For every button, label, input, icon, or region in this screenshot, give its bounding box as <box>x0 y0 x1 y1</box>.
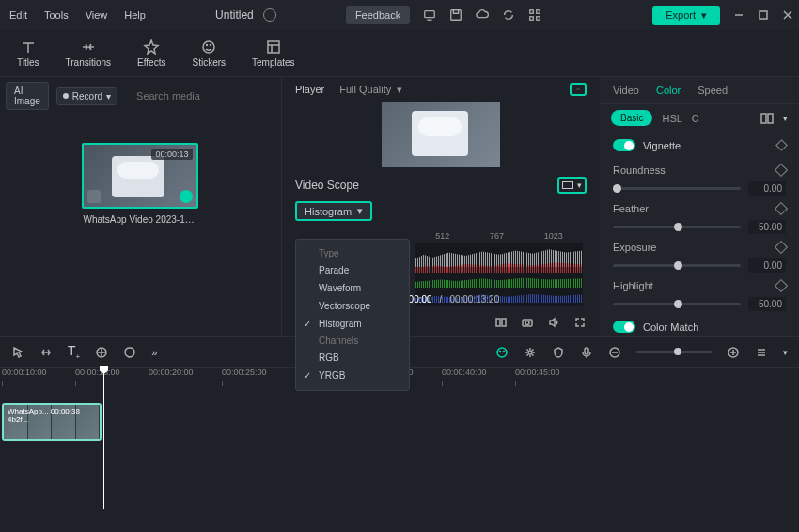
save-icon[interactable] <box>449 8 462 22</box>
mic-icon[interactable] <box>580 346 593 359</box>
subtab-hsl[interactable]: HSL <box>662 113 682 124</box>
menu-view[interactable]: View <box>86 9 108 21</box>
keyframe-diamond-icon[interactable] <box>776 139 788 151</box>
clip-name: WhatsApp Video 2023-10-05... <box>82 214 200 225</box>
vignette-label: Vignette <box>643 140 681 151</box>
snapshot-icon[interactable] <box>521 316 534 329</box>
scope-dropdown: Type Parade Waveform Vectorscope Histogr… <box>295 239 410 391</box>
keyframe-diamond-icon[interactable] <box>775 164 788 177</box>
svg-rect-2 <box>530 10 534 14</box>
pointer-tool-icon[interactable] <box>11 346 24 359</box>
roundness-slider[interactable] <box>613 187 741 190</box>
exposure-slider[interactable] <box>613 264 741 267</box>
record-button[interactable]: Record▾ <box>56 87 118 105</box>
zoom-slider[interactable] <box>636 351 712 353</box>
grid-icon[interactable] <box>528 8 541 22</box>
zoom-in-icon[interactable] <box>727 346 740 359</box>
tab-video[interactable]: Video <box>613 85 639 96</box>
color-match-toggle[interactable] <box>613 321 635 333</box>
mask-tool-icon[interactable] <box>123 346 136 359</box>
chevron-down-icon: ▾ <box>397 84 402 96</box>
search-input[interactable] <box>133 87 270 104</box>
tab-effects[interactable]: Effects <box>124 35 179 71</box>
document-title: Untitled <box>215 8 254 22</box>
fullscreen-icon[interactable] <box>573 316 587 329</box>
media-clip[interactable]: 00:00:13 WhatsApp Video 2023-10-05... <box>82 143 200 225</box>
subtab-basic[interactable]: Basic <box>611 110 652 126</box>
gear-icon[interactable] <box>524 346 537 359</box>
exposure-value[interactable]: 0.00 <box>748 258 786 273</box>
highlight-value[interactable]: 50.00 <box>748 297 786 311</box>
highlight-slider[interactable] <box>613 303 741 305</box>
svg-rect-18 <box>768 114 773 123</box>
chevron-down-icon[interactable]: ▾ <box>783 348 788 357</box>
playhead[interactable] <box>103 368 104 509</box>
svg-point-22 <box>504 351 505 352</box>
scope-type-selector[interactable]: Histogram▾ <box>295 201 372 221</box>
close-button[interactable] <box>782 9 793 21</box>
clip-duration: 00:00:13 <box>151 149 192 160</box>
timeline-clip[interactable]: WhatsApp... 00:00:38 4b2f... <box>2 403 102 441</box>
keyframe-diamond-icon[interactable] <box>775 279 788 292</box>
subtab-c[interactable]: C <box>692 113 699 124</box>
dropdown-item-vectorscope[interactable]: Vectorscope <box>296 297 409 315</box>
tool-icon-2[interactable] <box>39 346 53 359</box>
sync-icon[interactable] <box>502 8 515 22</box>
svg-rect-3 <box>537 10 540 14</box>
ai-tool-icon[interactable] <box>495 346 509 359</box>
svg-point-23 <box>528 351 532 354</box>
text-tool-icon[interactable]: T+ <box>68 343 80 361</box>
crop-tool-icon[interactable] <box>95 346 108 359</box>
tab-transitions[interactable]: Transitions <box>53 35 125 71</box>
tab-titles[interactable]: Titles <box>4 35 53 71</box>
export-button[interactable]: Export▾ <box>652 6 720 25</box>
keyframe-diamond-icon[interactable] <box>775 202 788 215</box>
tab-stickers[interactable]: Stickers <box>179 35 239 71</box>
dropdown-item-rgb[interactable]: RGB <box>296 349 409 367</box>
menu-help[interactable]: Help <box>124 9 146 21</box>
preview-frame <box>382 102 500 167</box>
chevron-down-icon: ▾ <box>106 91 111 102</box>
compare-icon[interactable] <box>494 316 508 329</box>
feedback-button[interactable]: Feedback <box>346 6 410 24</box>
scope-toggle-button[interactable] <box>570 83 587 96</box>
dropdown-item-histogram[interactable]: Histogram <box>296 315 409 333</box>
menu-edit[interactable]: Edit <box>9 9 27 21</box>
shield-icon[interactable] <box>552 346 565 359</box>
device-icon[interactable] <box>423 8 436 22</box>
tab-color[interactable]: Color <box>656 85 681 96</box>
minimize-button[interactable] <box>733 9 744 21</box>
dropdown-item-parade[interactable]: Parade <box>296 261 409 279</box>
roundness-value[interactable]: 0.00 <box>748 181 786 196</box>
more-tools-icon[interactable]: » <box>151 347 157 358</box>
cloud-icon[interactable] <box>476 8 489 22</box>
chevron-down-icon[interactable]: ▾ <box>783 114 788 123</box>
roundness-label: Roundness <box>613 164 666 176</box>
clip-type-icon <box>87 190 101 203</box>
dropdown-item-yrgb[interactable]: YRGB <box>296 367 409 384</box>
ai-image-button[interactable]: AI Image <box>6 82 49 110</box>
tab-templates[interactable]: Templates <box>239 35 308 71</box>
maximize-button[interactable] <box>758 9 769 21</box>
scope-mode-button[interactable]: ▾ <box>557 177 587 194</box>
svg-point-9 <box>211 45 212 46</box>
svg-rect-13 <box>496 319 500 326</box>
list-view-icon[interactable] <box>755 346 768 359</box>
compare-panel-icon[interactable] <box>760 113 774 124</box>
feather-value[interactable]: 50.00 <box>748 220 786 234</box>
svg-rect-6 <box>760 11 767 19</box>
audio-icon[interactable] <box>547 316 560 329</box>
zoom-out-icon[interactable] <box>608 346 621 359</box>
vignette-toggle[interactable] <box>613 139 635 151</box>
tab-speed[interactable]: Speed <box>697 85 728 96</box>
quality-selector[interactable]: Full Quality▾ <box>339 84 402 96</box>
menu-tools[interactable]: Tools <box>44 9 69 21</box>
svg-point-7 <box>203 41 214 53</box>
dropdown-header-channels: Channels <box>296 333 409 349</box>
feather-slider[interactable] <box>613 226 741 228</box>
dropdown-item-waveform[interactable]: Waveform <box>296 279 409 297</box>
cloud-status-icon <box>263 8 276 22</box>
keyframe-diamond-icon[interactable] <box>775 241 788 254</box>
color-match-label: Color Match <box>643 321 698 333</box>
timeline-clip-label: WhatsApp... 00:00:38 4b2f... <box>8 407 100 424</box>
